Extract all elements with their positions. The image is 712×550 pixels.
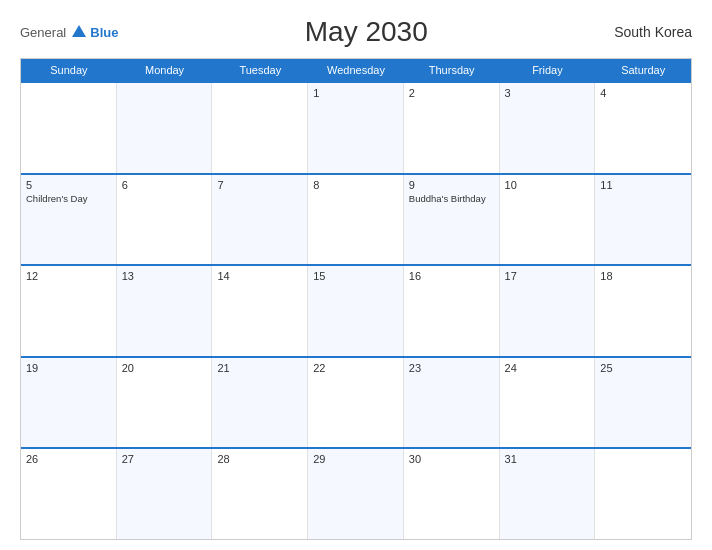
calendar-cell: 25 (595, 358, 691, 448)
svg-marker-0 (72, 25, 86, 37)
calendar-week: 19202122232425 (21, 356, 691, 448)
calendar-cell: 5Children's Day (21, 175, 117, 265)
calendar-cell: 22 (308, 358, 404, 448)
calendar-title: May 2030 (118, 16, 614, 48)
calendar-cell: 10 (500, 175, 596, 265)
day-number: 19 (26, 362, 111, 374)
weekday-header: Monday (117, 59, 213, 81)
day-number: 13 (122, 270, 207, 282)
calendar-cell: 26 (21, 449, 117, 539)
calendar-header: SundayMondayTuesdayWednesdayThursdayFrid… (21, 59, 691, 81)
day-number: 15 (313, 270, 398, 282)
calendar-cell: 28 (212, 449, 308, 539)
day-number: 28 (217, 453, 302, 465)
calendar-week: 5Children's Day6789Buddha's Birthday1011 (21, 173, 691, 265)
day-number: 23 (409, 362, 494, 374)
calendar-cell: 11 (595, 175, 691, 265)
calendar-cell: 13 (117, 266, 213, 356)
calendar-cell (21, 83, 117, 173)
calendar-cell: 3 (500, 83, 596, 173)
calendar-cell: 7 (212, 175, 308, 265)
calendar-cell: 1 (308, 83, 404, 173)
calendar-cell: 17 (500, 266, 596, 356)
calendar-week: 12131415161718 (21, 264, 691, 356)
day-number: 1 (313, 87, 398, 99)
weekday-header: Sunday (21, 59, 117, 81)
day-number: 26 (26, 453, 111, 465)
calendar-cell: 20 (117, 358, 213, 448)
day-number: 2 (409, 87, 494, 99)
day-number: 6 (122, 179, 207, 191)
logo: General Blue (20, 23, 118, 41)
calendar-cell: 2 (404, 83, 500, 173)
day-number: 7 (217, 179, 302, 191)
day-number: 9 (409, 179, 494, 191)
day-number: 30 (409, 453, 494, 465)
calendar-cell (212, 83, 308, 173)
weekday-header: Tuesday (212, 59, 308, 81)
day-number: 22 (313, 362, 398, 374)
calendar-cell: 29 (308, 449, 404, 539)
calendar-week: 1234 (21, 81, 691, 173)
calendar-body: 12345Children's Day6789Buddha's Birthday… (21, 81, 691, 539)
day-number: 4 (600, 87, 686, 99)
day-number: 12 (26, 270, 111, 282)
day-number: 8 (313, 179, 398, 191)
weekday-header: Thursday (404, 59, 500, 81)
calendar-cell: 4 (595, 83, 691, 173)
day-number: 21 (217, 362, 302, 374)
calendar-event: Children's Day (26, 193, 111, 205)
calendar-cell: 15 (308, 266, 404, 356)
calendar-cell (595, 449, 691, 539)
day-number: 25 (600, 362, 686, 374)
day-number: 5 (26, 179, 111, 191)
weekday-header: Friday (500, 59, 596, 81)
calendar-cell: 6 (117, 175, 213, 265)
calendar-cell: 14 (212, 266, 308, 356)
calendar-cell: 8 (308, 175, 404, 265)
logo-blue: Blue (90, 25, 118, 40)
calendar-cell: 9Buddha's Birthday (404, 175, 500, 265)
day-number: 31 (505, 453, 590, 465)
weekday-header: Wednesday (308, 59, 404, 81)
calendar-cell: 31 (500, 449, 596, 539)
page: General Blue May 2030 South Korea Sunday… (0, 0, 712, 550)
country-label: South Korea (614, 24, 692, 40)
calendar-cell: 24 (500, 358, 596, 448)
calendar: SundayMondayTuesdayWednesdayThursdayFrid… (20, 58, 692, 540)
day-number: 20 (122, 362, 207, 374)
logo-icon (70, 23, 88, 41)
day-number: 10 (505, 179, 590, 191)
calendar-cell: 16 (404, 266, 500, 356)
day-number: 14 (217, 270, 302, 282)
day-number: 27 (122, 453, 207, 465)
calendar-event: Buddha's Birthday (409, 193, 494, 205)
day-number: 17 (505, 270, 590, 282)
calendar-week: 262728293031 (21, 447, 691, 539)
calendar-cell: 23 (404, 358, 500, 448)
calendar-cell: 19 (21, 358, 117, 448)
weekday-header: Saturday (595, 59, 691, 81)
logo-general: General (20, 25, 66, 40)
calendar-cell (117, 83, 213, 173)
day-number: 29 (313, 453, 398, 465)
calendar-cell: 30 (404, 449, 500, 539)
day-number: 11 (600, 179, 686, 191)
day-number: 18 (600, 270, 686, 282)
calendar-cell: 27 (117, 449, 213, 539)
day-number: 16 (409, 270, 494, 282)
calendar-cell: 12 (21, 266, 117, 356)
day-number: 24 (505, 362, 590, 374)
calendar-cell: 18 (595, 266, 691, 356)
header: General Blue May 2030 South Korea (20, 16, 692, 48)
day-number: 3 (505, 87, 590, 99)
calendar-cell: 21 (212, 358, 308, 448)
